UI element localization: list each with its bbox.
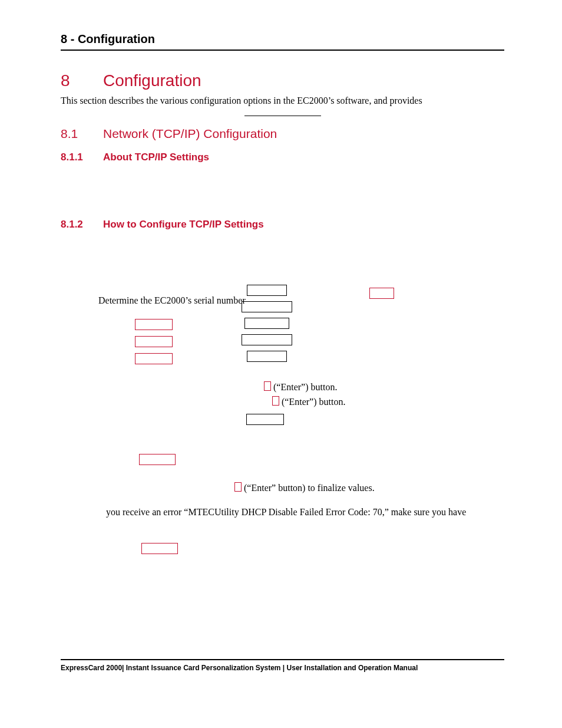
enter-text: (“Enter”) button.: [282, 397, 345, 407]
placeholder-box: [242, 301, 292, 312]
below-enter-box: [246, 414, 284, 427]
heading-2-number: 8.1: [61, 127, 103, 141]
heading-1-title: Configuration: [103, 72, 201, 90]
step-text: Determine the EC2000’s serial number: [98, 295, 504, 306]
placeholder-box: [247, 285, 287, 296]
placeholder-box: [135, 336, 173, 347]
heading-1-number: 8: [61, 72, 103, 90]
placeholder-box: [246, 414, 284, 425]
placeholder-box: [242, 334, 292, 345]
heading-3a-number: 8.1.1: [61, 151, 103, 163]
placeholder-box: [141, 543, 178, 554]
finalize-text: (“Enter” button) to finalize values.: [244, 483, 375, 493]
heading-3b-title: How to Configure TCP/IP Settings: [103, 219, 264, 230]
heading-3b-number: 8.1.2: [61, 219, 103, 230]
placeholder-box: [244, 318, 289, 329]
heading-3b: 8.1.2 How to Configure TCP/IP Settings: [61, 219, 504, 230]
horizontal-rule: [244, 116, 321, 116]
center-box-stack: [242, 285, 292, 362]
placeholder-box: [135, 353, 173, 364]
page-footer: ExpressCard 2000| Instant Issuance Card …: [61, 659, 504, 672]
placeholder-box: [135, 319, 173, 330]
placeholder-box: [369, 288, 394, 299]
finalize-line: (“Enter” button) to finalize values.: [234, 482, 375, 493]
heading-3a-title: About TCP/IP Settings: [103, 151, 209, 163]
heading-3a: 8.1.1 About TCP/IP Settings: [61, 151, 504, 163]
error-line: you receive an error “MTECUtility DHCP D…: [106, 507, 504, 518]
placeholder-box-small: [264, 381, 271, 391]
running-header: 8 - Configuration: [61, 32, 504, 51]
placeholder-box-small: [234, 482, 242, 492]
enter-button-lines: (“Enter”) button. (“Enter”) button.: [264, 380, 345, 410]
red-box-solo: [141, 543, 178, 556]
placeholder-box-small: [272, 396, 279, 406]
heading-2-title: Network (TCP/IP) Configuration: [103, 127, 277, 141]
placeholder-box: [247, 351, 287, 362]
right-red-box: [369, 288, 394, 301]
intro-paragraph: This section describes the various confi…: [61, 95, 504, 107]
placeholder-box: [139, 454, 176, 465]
enter-text: (“Enter”) button.: [273, 382, 337, 392]
heading-2: 8.1 Network (TCP/IP) Configuration: [61, 127, 504, 141]
heading-1: 8 Configuration: [61, 72, 504, 90]
red-box-column: [135, 319, 504, 364]
red-box-solo: [139, 454, 176, 467]
